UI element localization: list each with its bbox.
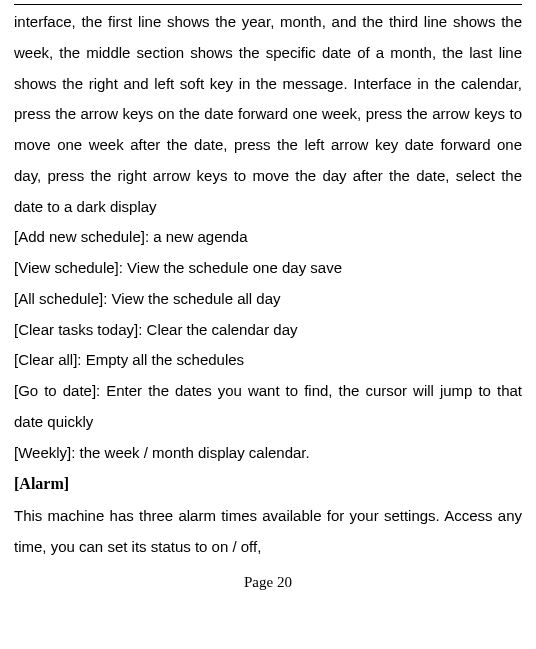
page-content: interface, the first line shows the year…: [14, 5, 522, 563]
menu-item-add-new-schedule: [Add new schedule]: a new agenda: [14, 222, 522, 253]
menu-item-clear-all: [Clear all]: Empty all the schedules: [14, 345, 522, 376]
intro-paragraph: interface, the first line shows the year…: [14, 7, 522, 222]
menu-item-go-to-date: [Go to date]: Enter the dates you want t…: [14, 376, 522, 438]
menu-item-all-schedule: [All schedule]: View the schedule all da…: [14, 284, 522, 315]
menu-item-weekly: [Weekly]: the week / month display calen…: [14, 438, 522, 469]
menu-item-view-schedule: [View schedule]: View the schedule one d…: [14, 253, 522, 284]
menu-item-clear-tasks-today: [Clear tasks today]: Clear the calendar …: [14, 315, 522, 346]
page-footer: Page 20: [14, 573, 522, 591]
alarm-body: This machine has three alarm times avail…: [14, 501, 522, 563]
alarm-heading: [Alarm]: [14, 468, 522, 501]
